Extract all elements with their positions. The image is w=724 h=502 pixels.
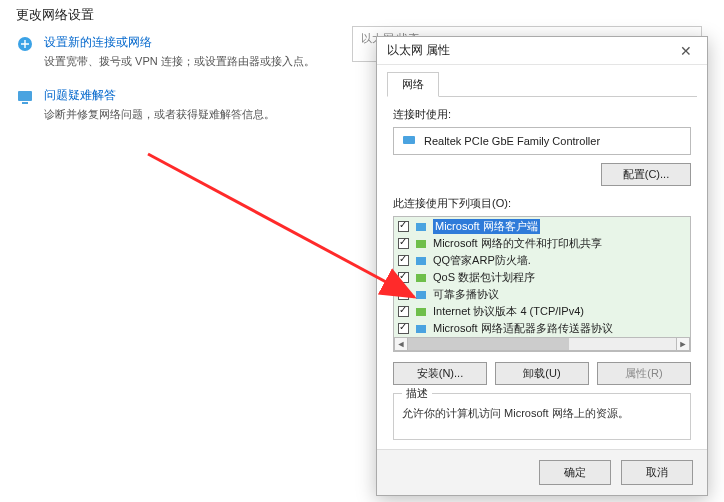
component-icon [415, 255, 427, 267]
list-item[interactable]: QoS 数据包计划程序 [394, 269, 690, 286]
svg-rect-4 [416, 223, 426, 231]
checkbox-icon[interactable] [398, 238, 409, 249]
list-item-label: Internet 协议版本 4 (TCP/IPv4) [433, 304, 584, 319]
section-title: 更改网络设置 [16, 6, 354, 24]
list-item-label: Microsoft 网络客户端 [433, 219, 540, 234]
ok-button[interactable]: 确定 [539, 460, 611, 485]
items-label: 此连接使用下列项目(O): [393, 196, 691, 211]
dialog-titlebar: 以太网 属性 ✕ [377, 37, 707, 65]
component-icon [415, 306, 427, 318]
list-item[interactable]: Microsoft 网络客户端 [394, 218, 690, 235]
checkbox-icon[interactable] [398, 255, 409, 266]
list-item-label: QoS 数据包计划程序 [433, 270, 535, 285]
description-legend: 描述 [402, 386, 432, 401]
description-text: 允许你的计算机访问 Microsoft 网络上的资源。 [402, 406, 682, 421]
tab-network[interactable]: 网络 [387, 72, 439, 97]
scroll-thumb[interactable] [408, 338, 569, 350]
scroll-left-icon[interactable]: ◄ [394, 337, 408, 351]
close-icon[interactable]: ✕ [671, 43, 701, 59]
list-item-label: Microsoft 网络的文件和打印机共享 [433, 236, 602, 251]
action-subtitle: 诊断并修复网络问题，或者获得疑难解答信息。 [44, 107, 275, 122]
component-icon [415, 272, 427, 284]
action-text: 问题疑难解答 诊断并修复网络问题，或者获得疑难解答信息。 [44, 87, 275, 122]
scroll-right-icon[interactable]: ► [676, 337, 690, 351]
list-item-label: QQ管家ARP防火墙. [433, 253, 531, 268]
adapter-box: Realtek PCIe GbE Family Controller [393, 127, 691, 155]
list-item-label: 可靠多播协议 [433, 287, 499, 302]
tab-panel: 连接时使用: Realtek PCIe GbE Family Controlle… [387, 97, 697, 444]
properties-button: 属性(R) [597, 362, 691, 385]
component-icon [415, 323, 427, 335]
dialog-title: 以太网 属性 [387, 42, 671, 59]
svg-rect-3 [403, 136, 415, 144]
list-item[interactable]: Microsoft 网络适配器多路传送器协议 [394, 320, 690, 337]
svg-line-12 [148, 154, 414, 297]
list-item[interactable]: QQ管家ARP防火墙. [394, 252, 690, 269]
svg-rect-9 [416, 308, 426, 316]
dialog-footer: 确定 取消 [377, 449, 707, 495]
svg-rect-2 [22, 102, 28, 104]
ethernet-properties-dialog: 以太网 属性 ✕ 网络 连接时使用: Realtek PCIe GbE Fami… [376, 36, 708, 496]
checkbox-icon[interactable] [398, 306, 409, 317]
action-subtitle: 设置宽带、拨号或 VPN 连接；或设置路由器或接入点。 [44, 54, 315, 69]
scroll-track[interactable] [408, 337, 676, 351]
action-title: 问题疑难解答 [44, 87, 275, 104]
action-title: 设置新的连接或网络 [44, 34, 315, 51]
action-troubleshoot[interactable]: 问题疑难解答 诊断并修复网络问题，或者获得疑难解答信息。 [16, 87, 354, 122]
svg-rect-1 [18, 91, 32, 101]
checkbox-icon[interactable] [398, 323, 409, 334]
list-item[interactable]: 可靠多播协议 [394, 286, 690, 303]
horizontal-scrollbar[interactable]: ◄ ► [394, 337, 690, 351]
adapter-name: Realtek PCIe GbE Family Controller [424, 135, 600, 147]
items-listbox[interactable]: Microsoft 网络客户端Microsoft 网络的文件和打印机共享QQ管家… [393, 216, 691, 352]
component-icon [415, 289, 427, 301]
action-new-connection[interactable]: 设置新的连接或网络 设置宽带、拨号或 VPN 连接；或设置路由器或接入点。 [16, 34, 354, 69]
description-group: 描述 允许你的计算机访问 Microsoft 网络上的资源。 [393, 393, 691, 440]
svg-rect-7 [416, 274, 426, 282]
cancel-button[interactable]: 取消 [621, 460, 693, 485]
network-setup-icon [16, 35, 34, 53]
tab-strip: 网络 [387, 71, 697, 97]
checkbox-icon[interactable] [398, 289, 409, 300]
svg-rect-6 [416, 257, 426, 265]
install-button[interactable]: 安装(N)... [393, 362, 487, 385]
list-item[interactable]: Microsoft 网络的文件和打印机共享 [394, 235, 690, 252]
svg-rect-5 [416, 240, 426, 248]
component-icon [415, 238, 427, 250]
list-item-label: Microsoft 网络适配器多路传送器协议 [433, 321, 613, 336]
troubleshoot-icon [16, 88, 34, 106]
checkbox-icon[interactable] [398, 272, 409, 283]
connect-using-label: 连接时使用: [393, 107, 691, 122]
list-item[interactable]: Internet 协议版本 4 (TCP/IPv4) [394, 303, 690, 320]
component-icon [415, 221, 427, 233]
action-text: 设置新的连接或网络 设置宽带、拨号或 VPN 连接；或设置路由器或接入点。 [44, 34, 315, 69]
configure-button[interactable]: 配置(C)... [601, 163, 691, 186]
ethernet-icon [402, 134, 416, 148]
uninstall-button[interactable]: 卸载(U) [495, 362, 589, 385]
checkbox-icon[interactable] [398, 221, 409, 232]
svg-rect-8 [416, 291, 426, 299]
network-settings-panel: 更改网络设置 设置新的连接或网络 设置宽带、拨号或 VPN 连接；或设置路由器或… [16, 6, 354, 140]
svg-rect-10 [416, 325, 426, 333]
dialog-body: 网络 连接时使用: Realtek PCIe GbE Family Contro… [377, 65, 707, 449]
